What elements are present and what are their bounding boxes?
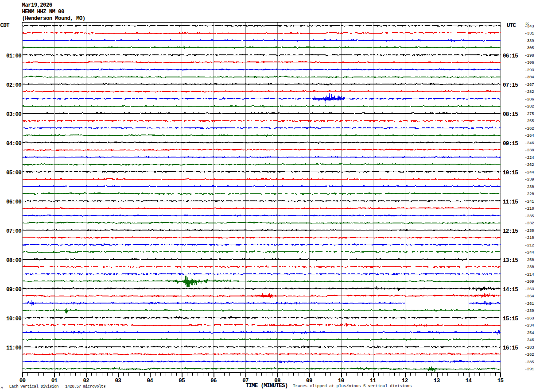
svg-text:14: 14: [466, 378, 472, 384]
svg-text:-210: -210: [524, 236, 534, 240]
svg-text:-246: -246: [524, 141, 534, 146]
svg-text:ʍ: ʍ: [0, 386, 3, 389]
svg-text:11:15: 11:15: [503, 199, 518, 205]
svg-text:-230: -230: [524, 185, 534, 189]
svg-text:-255: -255: [524, 119, 534, 123]
svg-text:08:15: 08:15: [503, 111, 518, 118]
svg-text:-246: -246: [524, 338, 534, 342]
svg-text:-239: -239: [524, 309, 534, 313]
svg-text:CDT: CDT: [0, 23, 10, 29]
svg-text:16:15: 16:15: [503, 345, 518, 351]
svg-text:07:00: 07:00: [6, 228, 21, 234]
svg-text:-262: -262: [524, 353, 534, 357]
svg-text:Mar19,2026: Mar19,2026: [22, 2, 52, 8]
svg-text:-304: -304: [524, 75, 534, 80]
svg-text:-232: -232: [524, 221, 534, 226]
svg-text:(Henderson Mound, MO): (Henderson Mound, MO): [22, 15, 85, 22]
svg-text:11: 11: [370, 378, 376, 384]
svg-text:-293: -293: [524, 68, 534, 73]
svg-text:04: 04: [147, 378, 153, 384]
svg-text:-263: -263: [524, 287, 534, 292]
svg-text:-230: -230: [524, 265, 534, 269]
svg-text:09: 09: [306, 378, 312, 384]
svg-text:-239: -239: [524, 177, 534, 182]
svg-text:-212: -212: [524, 243, 534, 248]
svg-text:-234: -234: [524, 323, 534, 328]
svg-text:-343: -343: [524, 24, 534, 29]
svg-text:01:00: 01:00: [6, 53, 21, 59]
svg-text:-241: -241: [524, 200, 534, 204]
svg-text:04:00: 04:00: [6, 141, 21, 147]
svg-text:-267: -267: [524, 83, 534, 87]
svg-text:09:00: 09:00: [6, 287, 21, 293]
svg-text:-339: -339: [524, 39, 534, 43]
svg-text:TIME (MINUTES): TIME (MINUTES): [245, 383, 287, 389]
svg-text:10:15: 10:15: [503, 170, 518, 176]
svg-text:-262: -262: [524, 127, 534, 131]
svg-text:09:15: 09:15: [503, 141, 518, 147]
svg-text:15:15: 15:15: [503, 316, 518, 322]
svg-text:-224: -224: [524, 156, 534, 160]
svg-text:08:00: 08:00: [6, 257, 21, 264]
svg-text:10: 10: [338, 378, 344, 384]
svg-text:12:15: 12:15: [503, 228, 518, 234]
svg-text:-238: -238: [524, 148, 534, 153]
svg-text:-210: -210: [524, 207, 534, 211]
svg-text:HENM HHZ NM 00: HENM HHZ NM 00: [22, 9, 64, 15]
svg-text:-209: -209: [524, 280, 534, 284]
svg-text:-298: -298: [524, 54, 534, 58]
svg-text:-285: -285: [524, 360, 534, 365]
svg-text:-261: -261: [524, 302, 534, 306]
svg-text:06:15: 06:15: [503, 53, 518, 59]
svg-text:02: 02: [83, 378, 89, 384]
svg-text:15: 15: [497, 378, 504, 384]
svg-text:-262: -262: [524, 163, 534, 167]
svg-text:03: 03: [115, 378, 121, 384]
svg-text:-214: -214: [524, 273, 534, 277]
svg-text:06:00: 06:00: [6, 199, 21, 205]
svg-text:-282: -282: [524, 90, 534, 94]
svg-text:11:00: 11:00: [6, 345, 21, 351]
svg-text:-220: -220: [524, 192, 534, 196]
svg-text:00: 00: [19, 378, 26, 384]
svg-text:03:00: 03:00: [6, 111, 21, 118]
svg-text:-263: -263: [524, 316, 534, 321]
svg-text:-264: -264: [524, 294, 534, 299]
svg-text:13: 13: [434, 378, 440, 384]
svg-text:-305: -305: [524, 46, 534, 50]
svg-text:-283: -283: [524, 346, 534, 350]
svg-text:-244: -244: [524, 250, 534, 255]
svg-text:-291: -291: [524, 367, 534, 372]
svg-text:Each Vertical Division = 1428.: Each Vertical Division = 1428.57 microvo…: [9, 384, 105, 389]
svg-text:-306: -306: [524, 61, 534, 65]
svg-text:-244: -244: [524, 170, 534, 175]
svg-text:06: 06: [210, 378, 217, 384]
svg-text:-235: -235: [524, 214, 534, 219]
svg-text:-275: -275: [524, 112, 534, 116]
svg-text:05: 05: [179, 378, 185, 384]
svg-text:02:00: 02:00: [6, 82, 21, 88]
svg-text:12: 12: [402, 378, 408, 384]
svg-text:10:00: 10:00: [6, 316, 21, 322]
svg-text:Traces clipped at plus/minus 5: Traces clipped at plus/minus 5 vertical …: [293, 384, 412, 388]
svg-text:-250: -250: [524, 258, 534, 262]
svg-text:-254: -254: [524, 331, 534, 335]
svg-text:-286: -286: [524, 97, 534, 102]
svg-text:05:00: 05:00: [6, 170, 21, 176]
svg-text:01: 01: [51, 378, 58, 384]
svg-text:-282: -282: [524, 104, 534, 109]
svg-text:07:15: 07:15: [503, 82, 518, 88]
svg-text:-230: -230: [524, 229, 534, 233]
svg-text:13:15: 13:15: [503, 257, 518, 264]
svg-text:14:15: 14:15: [503, 287, 518, 293]
svg-text:UTC: UTC: [507, 23, 517, 29]
svg-text:-331: -331: [524, 31, 534, 36]
svg-text:-264: -264: [524, 134, 534, 138]
